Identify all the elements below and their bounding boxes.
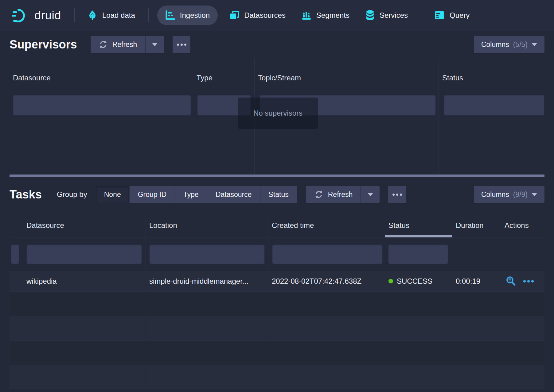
nav-item-label: Query bbox=[450, 11, 470, 20]
supervisors-horizontal-scrollbar[interactable] bbox=[10, 175, 544, 177]
navbar-divider bbox=[148, 8, 149, 22]
supervisors-columns-button[interactable]: Columns (5/5) bbox=[474, 36, 544, 53]
group-by-label: Group by bbox=[57, 190, 87, 199]
columns-label: Columns bbox=[481, 40, 509, 49]
segments-icon bbox=[302, 10, 311, 20]
datasource-filter-input[interactable] bbox=[13, 95, 191, 116]
refresh-label: Refresh bbox=[328, 190, 353, 199]
column-header-datasource[interactable]: Datasource bbox=[10, 58, 193, 92]
column-header-status[interactable]: Status bbox=[439, 58, 544, 92]
logo-text: druid bbox=[34, 9, 61, 22]
group-by-type-button[interactable]: Type bbox=[175, 186, 207, 203]
upload-icon bbox=[88, 10, 97, 21]
supervisors-refresh-split: Refresh bbox=[91, 36, 164, 53]
druid-logo[interactable]: druid bbox=[12, 7, 69, 23]
more-icon bbox=[392, 194, 395, 196]
actions-cell bbox=[501, 271, 544, 291]
navbar-divider bbox=[74, 8, 75, 22]
group-by-group-id-button[interactable]: Group ID bbox=[129, 186, 175, 203]
more-icon bbox=[181, 44, 183, 46]
tasks-refresh-button[interactable]: Refresh bbox=[306, 186, 361, 203]
services-icon bbox=[365, 10, 375, 21]
tasks-header: Tasks Group by None Group ID Type Dataso… bbox=[0, 177, 554, 212]
location-cell: simple-druid-middlemanager... bbox=[146, 271, 268, 291]
caret-down-icon bbox=[368, 193, 373, 196]
column-header-type[interactable]: Type bbox=[193, 58, 255, 92]
datasource-filter-input[interactable] bbox=[26, 244, 142, 264]
group-by-none-button[interactable]: None bbox=[96, 186, 129, 203]
datasource-cell: wikipedia bbox=[23, 271, 146, 291]
caret-down-icon bbox=[532, 193, 537, 196]
caret-down-icon bbox=[152, 43, 158, 46]
group-by-status-button[interactable]: Status bbox=[260, 186, 297, 203]
column-header-topic-stream[interactable]: Topic/Stream bbox=[255, 58, 439, 92]
status-filter-input[interactable] bbox=[388, 244, 448, 264]
nav-item-label: Load data bbox=[102, 11, 135, 20]
tasks-header-row: Datasource Location Created time Status … bbox=[10, 212, 544, 237]
more-icon bbox=[396, 194, 398, 196]
group-by-button-group: None Group ID Type Datasource Status bbox=[96, 186, 297, 203]
no-supervisors-message: No supervisors bbox=[238, 98, 318, 129]
success-status-dot bbox=[388, 279, 393, 283]
group-filter-input[interactable] bbox=[11, 244, 19, 264]
column-header-duration[interactable]: Duration bbox=[452, 212, 501, 237]
status-filter-input[interactable] bbox=[444, 95, 544, 116]
location-filter-input[interactable] bbox=[149, 244, 265, 264]
more-icon bbox=[400, 194, 402, 196]
druid-logo-icon bbox=[12, 7, 30, 23]
nav-item-label: Services bbox=[380, 11, 408, 20]
supervisors-empty-row bbox=[10, 147, 544, 175]
tasks-refresh-caret-button[interactable] bbox=[361, 186, 380, 203]
tasks-more-button[interactable] bbox=[388, 186, 406, 203]
nav-item-load-data[interactable]: Load data bbox=[80, 0, 143, 31]
caret-down-icon bbox=[532, 43, 537, 46]
refresh-label: Refresh bbox=[112, 40, 137, 49]
task-details-magnifier-icon[interactable] bbox=[505, 276, 517, 287]
supervisors-title: Supervisors bbox=[10, 38, 77, 51]
more-icon bbox=[184, 44, 186, 46]
columns-count: (5/5) bbox=[513, 40, 528, 49]
column-header-actions[interactable]: Actions bbox=[501, 212, 544, 237]
column-header-status[interactable]: Status bbox=[385, 212, 452, 237]
empty-task-row bbox=[10, 316, 544, 340]
nav-item-label: Datasources bbox=[244, 11, 286, 20]
tasks-filter-row bbox=[10, 237, 544, 271]
refresh-icon bbox=[314, 190, 323, 199]
group-by-datasource-button[interactable]: Datasource bbox=[207, 186, 260, 203]
column-header-datasource[interactable]: Datasource bbox=[23, 212, 146, 237]
columns-label: Columns bbox=[481, 190, 509, 199]
nav-item-query[interactable]: Query bbox=[426, 0, 478, 31]
query-icon bbox=[434, 11, 445, 20]
columns-count: (9/9) bbox=[513, 190, 528, 199]
supervisors-table: Datasource Type Topic/Stream Status No s… bbox=[10, 58, 544, 175]
navbar-divider bbox=[421, 8, 421, 22]
column-header-location[interactable]: Location bbox=[146, 212, 268, 237]
status-cell: SUCCESS bbox=[385, 271, 452, 291]
supervisors-header-row: Datasource Type Topic/Stream Status bbox=[10, 58, 544, 92]
sort-indicator bbox=[385, 235, 452, 237]
empty-task-row bbox=[10, 340, 544, 365]
refresh-icon bbox=[99, 40, 108, 49]
tasks-refresh-split: Refresh bbox=[306, 186, 380, 203]
nav-item-ingestion[interactable]: Ingestion bbox=[157, 6, 218, 25]
column-header-group[interactable] bbox=[10, 212, 23, 237]
more-icon bbox=[177, 44, 179, 46]
supervisors-refresh-button[interactable]: Refresh bbox=[91, 36, 145, 53]
supervisors-refresh-caret-button[interactable] bbox=[145, 36, 164, 53]
group-cell bbox=[10, 271, 23, 291]
nav-item-label: Ingestion bbox=[180, 11, 210, 20]
task-row-wikipedia[interactable]: wikipedia simple-druid-middlemanager... … bbox=[10, 271, 544, 291]
nav-item-services[interactable]: Services bbox=[357, 0, 416, 31]
duration-cell: 0:00:19 bbox=[452, 271, 501, 291]
created-time-filter-input[interactable] bbox=[272, 244, 383, 264]
nav-item-label: Segments bbox=[316, 11, 349, 20]
empty-task-row bbox=[10, 365, 544, 389]
tasks-table: Datasource Location Created time Status … bbox=[10, 212, 544, 389]
tasks-columns-button[interactable]: Columns (9/9) bbox=[474, 186, 544, 203]
nav-item-segments[interactable]: Segments bbox=[294, 0, 357, 31]
column-header-created-time[interactable]: Created time bbox=[268, 212, 385, 237]
supervisors-more-button[interactable] bbox=[173, 36, 190, 53]
nav-item-datasources[interactable]: Datasources bbox=[221, 0, 294, 31]
task-actions-more-icon[interactable] bbox=[523, 280, 534, 282]
created-time-cell: 2022-08-02T07:42:47.638Z bbox=[268, 271, 385, 291]
